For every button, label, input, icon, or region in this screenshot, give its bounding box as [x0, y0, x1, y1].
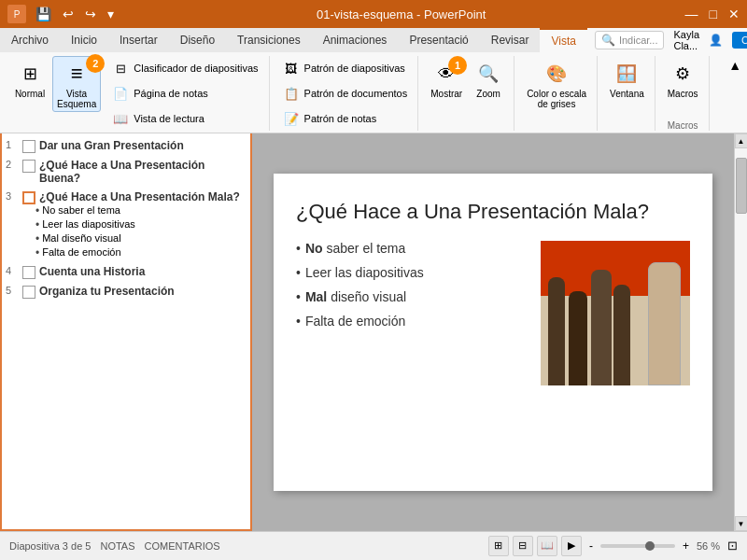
- macros-button[interactable]: ⚙ Macros: [663, 56, 703, 102]
- ribbon-tab-transiciones[interactable]: Transiciones: [226, 28, 312, 52]
- search-icon: 🔍: [601, 34, 615, 47]
- ribbon-group-window: 🪟 Ventana: [599, 56, 655, 131]
- slide-content: • No saber el tema • Leer las diapositiv…: [296, 241, 690, 385]
- person-1: [548, 277, 565, 385]
- save-button[interactable]: 💾: [32, 5, 55, 23]
- ribbon-tab-revisar[interactable]: Revisar: [480, 28, 541, 52]
- ribbon-content: ⊞ Normal 2 ≡ VistaEsquema ⊟ Clas: [0, 52, 747, 133]
- zoom-slider[interactable]: [600, 544, 675, 548]
- customize-qat-button[interactable]: ▾: [104, 5, 118, 23]
- slideshow-status-button[interactable]: ▶: [561, 536, 582, 556]
- share-button[interactable]: Compartir: [732, 32, 747, 49]
- fit-slide-button[interactable]: ⊡: [727, 539, 738, 553]
- bullet-dot-1: •: [296, 241, 301, 256]
- ribbon-tab-diseo[interactable]: Diseño: [169, 28, 226, 52]
- ribbon-tab-animaciones[interactable]: Animaciones: [312, 28, 399, 52]
- scroll-up-button[interactable]: ▲: [735, 133, 748, 148]
- maximize-button[interactable]: □: [710, 7, 717, 21]
- outline-bullet-text: Leer las diapositivas: [42, 218, 135, 231]
- presentation-view-buttons: ⊞ Normal 2 ≡ VistaEsquema ⊟ Clas: [9, 56, 263, 131]
- notes-page-icon: 📄: [111, 84, 130, 103]
- outline-title-4: Cuenta una Historia: [39, 265, 145, 278]
- outline-item-3[interactable]: 3¿Qué Hace a Una Presentación Mala?• No …: [6, 190, 247, 259]
- slide-sorter-button[interactable]: ⊟ Clasificador de diapositivas: [106, 56, 262, 80]
- outline-box-2: [22, 160, 35, 173]
- slide-sorter-icon: ⊟: [111, 59, 130, 77]
- outline-box-3: [22, 191, 35, 204]
- outline-panel: 1Dar una Gran Presentación2¿Qué Hace a U…: [0, 133, 252, 531]
- slide-bullet-3: • Mal diseño visual: [296, 289, 526, 304]
- master-view-buttons: 🖼 Patrón de diapositivas 📋 Patrón de doc…: [277, 56, 413, 131]
- slide-master-icon: 🖼: [282, 59, 301, 77]
- close-button[interactable]: ✕: [728, 7, 740, 21]
- color-label: [522, 129, 591, 131]
- bullet-text-1: No saber el tema: [305, 241, 405, 256]
- macros-label: Macros: [663, 119, 703, 131]
- status-bar: Diapositiva 3 de 5 NOTAS COMENTARIOS ⊞ ⊟…: [0, 531, 747, 559]
- slide-sorter-label: Clasificador de diapositivas: [134, 63, 258, 74]
- window-label: [605, 129, 649, 131]
- ribbon-tab-archivo[interactable]: Archivo: [0, 28, 60, 52]
- status-bar-right: ⊞ ⊟ 📖 ▶ - + 56 % ⊡: [488, 536, 738, 556]
- ribbon-group-presentation-views: ⊞ Normal 2 ≡ VistaEsquema ⊟ Clas: [4, 56, 270, 131]
- show-buttons: 1 👁 Mostrar 🔍 Zoom: [426, 56, 508, 129]
- undo-button[interactable]: ↩: [59, 5, 78, 23]
- reading-status-button[interactable]: 📖: [537, 536, 557, 556]
- outline-num-4: 4: [6, 265, 19, 276]
- slide-master-button[interactable]: 🖼 Patrón de diapositivas: [277, 56, 413, 80]
- outline-bullet-3-3: • Falta de emoción: [35, 246, 247, 259]
- normal-status-button[interactable]: ⊞: [488, 536, 509, 556]
- ribbon-group-master-views: 🖼 Patrón de diapositivas 📋 Patrón de doc…: [272, 56, 419, 131]
- normal-view-button[interactable]: ⊞ Normal: [9, 56, 50, 102]
- notes-button[interactable]: NOTAS: [100, 540, 134, 552]
- outline-bullet-text: Mal diseño visual: [42, 232, 120, 245]
- vertical-scrollbar: ▲ ▼: [734, 133, 747, 531]
- outline-item-4[interactable]: 4Cuenta una Historia: [6, 265, 247, 279]
- zoom-in-button[interactable]: +: [683, 539, 689, 553]
- scroll-down-button[interactable]: ▼: [735, 516, 748, 531]
- ribbon-tab-insertar[interactable]: Insertar: [108, 28, 169, 52]
- ribbon-tab-inicio[interactable]: Inicio: [60, 28, 108, 52]
- outline-item-5[interactable]: 5Organiza tu Presentación: [6, 285, 247, 299]
- scroll-thumb[interactable]: [736, 158, 747, 214]
- outline-bullet-text: No saber el tema: [42, 204, 120, 217]
- window-button[interactable]: 🪟 Ventana: [605, 56, 649, 102]
- outline-view-label: VistaEsquema: [57, 89, 96, 109]
- notes-master-label: Patrón de notas: [304, 113, 377, 124]
- outline-num-3: 3: [6, 190, 19, 202]
- slide-sorter-status-button[interactable]: ⊟: [513, 536, 533, 556]
- handout-master-button[interactable]: 📋 Patrón de documentos: [277, 81, 413, 105]
- app-icon: P: [7, 5, 26, 23]
- notes-master-button[interactable]: 📝 Patrón de notas: [277, 106, 413, 131]
- comments-button[interactable]: COMENTARIOS: [145, 540, 220, 552]
- zoom-thumb: [645, 541, 655, 551]
- macros-icon: ⚙: [668, 59, 698, 89]
- ribbon-group-color: 🎨 Color o escalade grises: [516, 56, 598, 131]
- outline-num-2: 2: [6, 159, 19, 170]
- audience-background: [541, 241, 690, 385]
- main-area: 1Dar una Gran Presentación2¿Qué Hace a U…: [0, 133, 747, 531]
- bullet-text-4: Falta de emoción: [305, 314, 405, 329]
- search-box[interactable]: 🔍 Indicar...: [595, 31, 665, 49]
- outline-item-1[interactable]: 1Dar una Gran Presentación: [6, 139, 247, 153]
- person-3: [591, 270, 612, 385]
- outline-item-2[interactable]: 2¿Qué Hace a Una Presentación Buena?: [6, 159, 247, 185]
- color-grayscale-button[interactable]: 🎨 Color o escalade grises: [522, 56, 591, 112]
- outline-box-1: [22, 140, 35, 153]
- zoom-out-button[interactable]: -: [589, 539, 593, 553]
- redo-button[interactable]: ↪: [81, 5, 100, 23]
- ribbon-tab-presentaci[interactable]: Presentació: [398, 28, 479, 52]
- zoom-button[interactable]: 🔍 Zoom: [469, 56, 508, 102]
- minimize-button[interactable]: —: [685, 7, 698, 21]
- color-buttons: 🎨 Color o escalade grises: [522, 56, 591, 129]
- outline-num-1: 1: [6, 139, 19, 150]
- collapse-ribbon-button[interactable]: ▲: [728, 58, 741, 73]
- reading-view-button[interactable]: 📖 Vista de lectura: [106, 106, 262, 131]
- outline-bullet-dot: •: [35, 204, 39, 217]
- notes-page-button[interactable]: 📄 Página de notas: [106, 81, 262, 105]
- reading-view-label: Vista de lectura: [134, 113, 204, 124]
- slide-master-label: Patrón de diapositivas: [304, 63, 405, 74]
- title-bar-left: P 💾 ↩ ↪ ▾: [7, 5, 118, 23]
- ribbon-tab-vista[interactable]: Vista: [540, 28, 586, 52]
- macros-label: Macros: [668, 89, 698, 99]
